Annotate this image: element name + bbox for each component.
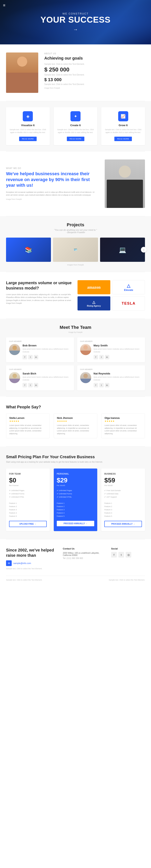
pricing-card-0: For Team $0 Per Forever ✕ Unlimited Page…	[6, 468, 50, 531]
pricing-per-2: Per Month	[104, 485, 142, 487]
team-social-1: f t in	[93, 355, 142, 359]
logo-elevate: △ Elevate	[112, 280, 145, 294]
testimonial-text-0: Lorem ipsum dolor sit amet, consectetur …	[9, 424, 46, 435]
social-tw-2[interactable]: t	[28, 383, 33, 388]
about-title: Achieving our goals	[44, 56, 145, 61]
team-info-1: Mary Smith Quia amet lorem lorem molesti…	[93, 344, 142, 359]
social-fb-1[interactable]: f	[93, 355, 98, 359]
feature-btn-1[interactable]: Read more	[67, 137, 84, 141]
pf-0-4: Feature 5	[9, 515, 47, 518]
projects-quote-text: "You can do anything you set your mind t…	[54, 229, 97, 231]
whatwedo-highlight: 90%	[55, 177, 64, 182]
social-fb-3[interactable]: f	[93, 383, 98, 388]
projects-section: Projects "You can do anything you set yo…	[0, 216, 151, 272]
pf-2-4: Feature 5	[104, 515, 142, 518]
team-title: Meet The Team	[6, 325, 145, 330]
hero-subtitle: we construct	[63, 12, 88, 15]
hero-arrow[interactable]: →	[73, 27, 78, 32]
social-fb-2[interactable]: f	[23, 383, 27, 388]
team-card-inner-3: Nat Reynolds Quia amet lorem lorem moles…	[80, 372, 142, 388]
about-img-credit: Image from Freepik	[44, 87, 145, 89]
pf-1-0: Feature 1	[57, 502, 95, 505]
social-tw-1[interactable]: t	[99, 355, 104, 359]
social-instagram-icon[interactable]: ◎	[126, 552, 131, 558]
social-twitter-icon[interactable]: t	[118, 552, 124, 558]
testimonial-name-0: Stella Larson	[9, 416, 46, 420]
testimonial-0: Stella Larson ★★★★★ Lorem ipsum dolor si…	[6, 413, 50, 438]
project-laptop-icon: 💻	[119, 246, 126, 253]
project-item-1: 📚	[6, 238, 51, 262]
pricing-features-2: ✔ Free Sub-Domain ✔ Unlimited Data ✔ 24/…	[104, 489, 142, 499]
pf-2-0: Feature 1	[104, 502, 142, 505]
logo-amazon: amazon	[77, 280, 110, 294]
projects-quote: "You can do anything you set your mind t…	[6, 229, 145, 234]
footer-email-icon: ✉	[6, 560, 12, 566]
team-name-1: Mary Smith	[93, 344, 142, 347]
whatwedo-person	[105, 159, 145, 208]
pf-2-2: Feature 3	[104, 508, 142, 511]
feature-title-0: Visualize It	[9, 124, 47, 127]
social-tw-0[interactable]: t	[28, 355, 33, 359]
testimonials-grid: Stella Larson ★★★★★ Lorem ipsum dolor si…	[6, 413, 145, 438]
team-card-inner-0: Bob Brown Quia amet lorem lorem molestie…	[9, 344, 71, 359]
footer-email[interactable]: sample@info.com	[13, 562, 31, 564]
logo-rising: △ Rising Agency	[77, 296, 110, 310]
testimonial-1: Nick Jhonson ★★★★★ Lorem ipsum dolor sit…	[54, 413, 98, 438]
pricing-section: Small Pricing Plan For Your Creative Bus…	[0, 446, 151, 539]
team-section: Meet The Team Image by Freepik OUR MEMBE…	[0, 319, 151, 397]
carousel-next-arrow[interactable]: ›	[141, 247, 147, 252]
team-social-0: f t in	[23, 355, 71, 359]
team-card-label-1: OUR MEMBER	[80, 340, 142, 342]
features-section: ◈ Visualize It Sample text. Click to sel…	[0, 101, 151, 151]
pricing-btn-2[interactable]: Proceed Annually →	[104, 521, 142, 527]
social-facebook-icon[interactable]: f	[111, 552, 117, 558]
pricing-note-0-0: ✕ Unlimited Pages	[9, 489, 47, 492]
testimonial-stars-2: ★★★★★	[105, 420, 142, 423]
project-item-3: 💻	[100, 238, 145, 262]
hamburger-menu[interactable]: ≡	[3, 3, 5, 8]
pricing-btn-0[interactable]: Upload Free →	[9, 521, 47, 527]
social-in-0[interactable]: in	[34, 355, 38, 359]
pf-0-1: Feature 2	[9, 505, 47, 508]
pricing-note-1-0: ✔ Unlimited Pages	[57, 489, 95, 492]
team-card-0: OUR MEMBER Bob Brown Quia amet lorem lor…	[6, 337, 74, 362]
projects-carousel: 📚 🪪 💻 ›	[6, 238, 145, 262]
rising-text: Rising Agency	[87, 305, 101, 307]
tesla-text: TESLA	[122, 301, 136, 306]
pricing-note-2-1: ✔ Unlimited Data	[104, 492, 142, 495]
pricing-btn-1[interactable]: Proceed Annually →	[57, 521, 95, 526]
elevate-text: Elevate	[124, 288, 133, 291]
team-social-2: f t in	[23, 383, 71, 388]
team-desc-2: Quia amet lorem lorem molestie aria a te…	[23, 376, 71, 381]
feature-icon-2: 📈	[118, 111, 128, 121]
team-name-2: Sarah Bich	[23, 372, 71, 375]
feature-btn-2[interactable]: Read more	[114, 137, 132, 141]
partners-text: Large payments volume or unique business…	[6, 280, 74, 305]
footer-phone: Tel: (111) 360 336 663	[63, 557, 105, 559]
pricing-amount-1: $29	[57, 476, 95, 484]
team-card-2: OUR MEMBER Sarah Bich Quia amet lorem lo…	[6, 365, 74, 391]
avatar-mary	[80, 344, 91, 355]
pricing-amount-2: $59	[104, 476, 142, 484]
team-img-credit: Image by Freepik	[6, 331, 145, 333]
about-section: about us Achieving our goals Sample text…	[0, 44, 151, 101]
team-grid: OUR MEMBER Bob Brown Quia amet lorem lor…	[6, 337, 145, 391]
team-social-3: f t in	[93, 383, 142, 388]
pricing-note-1-1: ✔ Unlimited Forms	[57, 492, 95, 495]
avatar-bob	[9, 344, 20, 355]
about-content: about us Achieving our goals Sample text…	[44, 53, 145, 89]
about-image	[6, 53, 38, 93]
social-tw-3[interactable]: t	[99, 383, 104, 388]
team-desc-0: Quia amet lorem lorem molestie aria a te…	[23, 348, 71, 353]
feature-btn-0[interactable]: Read more	[19, 137, 37, 141]
social-in-3[interactable]: in	[105, 383, 109, 388]
team-desc-3: Quia amet lorem lorem molestie aria a te…	[93, 376, 142, 381]
team-card-1: OUR MEMBER Mary Smith Quia amet lorem lo…	[77, 337, 145, 362]
partners-title: Large payments volume or unique business…	[6, 280, 74, 291]
testimonial-name-1: Nick Jhonson	[57, 416, 94, 420]
social-in-2[interactable]: in	[34, 383, 38, 388]
team-card-inner-1: Mary Smith Quia amet lorem lorem molesti…	[80, 344, 142, 359]
about-sample-2: Sample text. Click to select the Text El…	[44, 74, 145, 76]
social-fb-0[interactable]: f	[23, 355, 27, 359]
social-in-1[interactable]: in	[105, 355, 109, 359]
